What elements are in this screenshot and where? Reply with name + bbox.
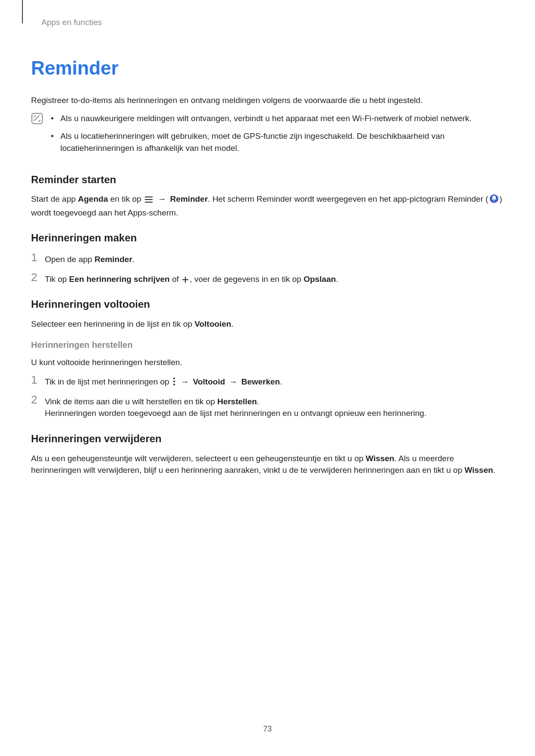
step-body: Tik in de lijst met herinneringen op → V… <box>45 374 504 388</box>
bold: Bewerken <box>241 377 280 386</box>
bold: Voltooien <box>194 319 231 328</box>
step-number: 2 <box>31 394 40 405</box>
header-rule <box>22 0 23 23</box>
step-body: Vink de items aan die u wilt herstellen … <box>45 394 504 419</box>
svg-point-8 <box>173 378 175 379</box>
text: Selecteer een herinnering in de lijst en… <box>31 319 194 328</box>
note-item: Als u locatieherinneringen wilt gebruike… <box>51 130 504 154</box>
note-item: Als u nauwkeurigere meldingen wilt ontva… <box>51 112 504 125</box>
text: Start de app <box>31 194 78 203</box>
bold: Reminder <box>94 255 132 264</box>
bold: Opslaan <box>303 275 336 284</box>
bold: Wissen <box>465 465 493 475</box>
menu-icon <box>144 196 153 203</box>
document-page: Apps en functies Reminder Registreer to-… <box>0 0 535 756</box>
section-heading-start: Reminder starten <box>31 172 504 187</box>
text: Herinneringen worden toegevoegd aan de l… <box>45 409 426 418</box>
section-heading-verwijderen: Herinneringen verwijderen <box>31 431 504 447</box>
text: . <box>280 377 282 386</box>
svg-point-10 <box>173 384 175 385</box>
step-number: 1 <box>31 374 40 385</box>
arrow-icon: → <box>158 194 166 203</box>
svg-point-9 <box>173 381 175 382</box>
step: 1 Tik in de lijst met herinneringen op →… <box>31 374 504 388</box>
more-vert-icon <box>172 377 176 386</box>
text: . <box>231 319 233 328</box>
text: . <box>132 255 135 264</box>
voltooien-paragraph: Selecteer een herinnering in de lijst en… <box>31 318 504 330</box>
text: of <box>170 275 181 284</box>
text: Open de app <box>45 255 94 264</box>
step-number: 1 <box>31 252 40 263</box>
step-number: 2 <box>31 272 40 283</box>
subheading-herstellen: Herinneringen herstellen <box>31 339 504 351</box>
arrow-icon: → <box>181 377 189 386</box>
svg-rect-0 <box>32 113 42 124</box>
bold-reminder: Reminder <box>170 194 208 203</box>
breadcrumb: Apps en functies <box>41 16 504 28</box>
text: Vink de items aan die u wilt herstellen … <box>45 397 217 406</box>
bold: Herstellen <box>217 397 257 406</box>
verwijderen-paragraph: Als u een geheugensteuntje wilt verwijde… <box>31 453 504 476</box>
text: Als u een geheugensteuntje wilt verwijde… <box>31 454 366 463</box>
page-number: 73 <box>0 723 535 734</box>
note-block: Als u nauwkeurigere meldingen wilt ontva… <box>31 112 504 160</box>
bold: Een herinnering schrijven <box>69 275 169 284</box>
start-paragraph: Start de app Agenda en tik op → Reminder… <box>31 193 504 219</box>
text: . <box>336 275 338 284</box>
text: . <box>257 397 259 406</box>
bold: Voltooid <box>193 377 225 386</box>
page-title: Reminder <box>31 54 504 82</box>
step-body: Tik op Een herinnering schrijven of , vo… <box>45 272 504 285</box>
svg-point-5 <box>493 200 494 202</box>
step: 1 Open de app Reminder. <box>31 252 504 266</box>
note-icon <box>31 112 43 160</box>
bold-agenda: Agenda <box>78 194 108 203</box>
text: en tik op <box>108 194 143 203</box>
plus-icon <box>182 276 189 283</box>
text: . Het scherm Reminder wordt weergegeven … <box>208 194 488 203</box>
bell-icon <box>489 194 499 207</box>
bold: Wissen <box>366 454 394 463</box>
step-body: Open de app Reminder. <box>45 252 504 266</box>
section-heading-voltooien: Herinneringen voltooien <box>31 297 504 312</box>
step: 2 Tik op Een herinnering schrijven of , … <box>31 272 504 285</box>
text: , voer de gegevens in en tik op <box>190 275 303 284</box>
arrow-icon: → <box>229 377 237 386</box>
steps-maken: 1 Open de app Reminder. 2 Tik op Een her… <box>31 252 504 285</box>
herstellen-intro: U kunt voltooide herinneringen herstelle… <box>31 356 504 369</box>
text: Tik op <box>45 275 69 284</box>
text: . <box>493 465 495 475</box>
text: Tik in de lijst met herinneringen op <box>45 377 172 386</box>
steps-herstellen: 1 Tik in de lijst met herinneringen op →… <box>31 374 504 419</box>
note-list: Als u nauwkeurigere meldingen wilt ontva… <box>51 112 504 160</box>
intro-text: Registreer to-do-items als herinneringen… <box>31 94 504 106</box>
section-heading-maken: Herinneringen maken <box>31 231 504 246</box>
step: 2 Vink de items aan die u wilt herstelle… <box>31 394 504 419</box>
